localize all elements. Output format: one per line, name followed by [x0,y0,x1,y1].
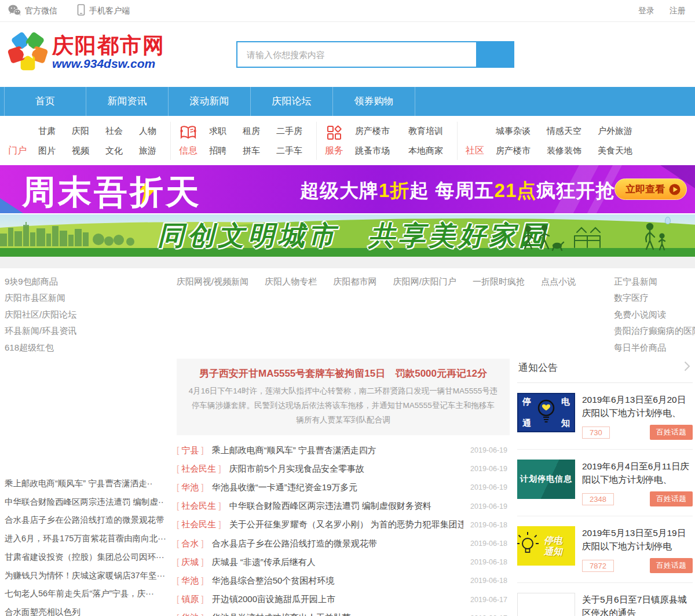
quick-link[interactable]: 环县新闻/环县资讯 [5,323,76,339]
notice-item[interactable]: 停电 通知 2019年5月13日至5月19日庆阳以下地方计划停电 7872 百姓… [517,516,693,583]
nav-item-rolling-news[interactable]: 滚动新闻 [169,87,251,116]
nav-item-coupon-shopping[interactable]: 领券购物 [333,87,415,116]
list-item[interactable]: 七旬老人56年前走失后“落户”宁县，庆··· [5,585,174,603]
news-title[interactable]: 华池县综合整治50个贫困村环境 [212,575,463,586]
news-item[interactable]: 华池华池县尚湾村成功培育出人工羊肚菌2019-06-17 [177,609,510,616]
service-link[interactable]: 教育培训 [408,122,443,140]
promo-cta-button[interactable]: 立即查看 [614,178,687,200]
info-link[interactable]: 拼车 [243,142,260,159]
quick-link[interactable]: 618超级红包 [5,340,76,356]
featured-title[interactable]: 男子西安开甘MA5555号套牌车被拘留15日 罚款5000元再记12分 [188,366,498,381]
topic-tag[interactable]: 百姓话题 [650,425,693,440]
list-item[interactable]: 中华联合财险西峰区两宗违法遭罚 编制虚·· [5,493,174,512]
news-category[interactable]: 社会民生 [177,464,221,475]
news-item[interactable]: 社会民生关于公开征集罗耀奇（又名罗小刚） 为首的恶势力犯罪集团违2019-06-… [177,516,510,534]
quick-link[interactable]: 每日半价商品 [614,340,695,356]
notice-thumbnail[interactable]: 计划停电信息 [517,460,575,499]
info-link[interactable]: 二手车 [276,142,302,159]
news-item[interactable]: 合水合水县店子乡在公路沿线打造的微景观花带2019-06-18 [177,534,510,553]
quick-link[interactable]: 庆阳都市网 [334,276,377,286]
community-link[interactable]: 城事杂谈 [496,122,531,140]
topic-tag[interactable]: 百姓话题 [650,558,693,573]
notice-title[interactable]: 2019年5月13日至5月19日庆阳以下地方计划停电 [582,526,693,553]
search-button[interactable] [476,42,513,67]
quick-link[interactable]: 庆阳网视/视频新闻 [177,276,248,286]
news-category[interactable]: 合水 [177,538,204,549]
portal-link[interactable]: 文化 [105,142,123,159]
topic-tag[interactable]: 百姓话题 [650,491,693,506]
notice-item[interactable]: 计划停电信息 2019年6月4日至6月11日庆阳以下地方计划停电、 2348 百… [517,450,693,516]
site-logo[interactable]: 庆阳都市网 www.934dsw.com [6,29,165,75]
chevron-right-icon[interactable] [684,361,690,374]
community-link[interactable]: 房产楼市 [496,142,531,159]
quick-link[interactable]: 免费小说阅读 [614,307,695,323]
list-item[interactable]: 乘上邮政电商“顺风车” 宁县曹杏潇洒走·· [5,475,174,493]
notice-title[interactable]: 2019年6月4日至6月11日庆阳以下地方计划停电、 [582,460,693,486]
nav-item-news[interactable]: 新闻资讯 [86,87,169,116]
portal-link[interactable]: 图片 [38,142,56,159]
info-link[interactable]: 求职 [209,122,226,140]
notice-title[interactable]: 2019年6月13日至6月20日庆阳以下地方计划停电、 [582,393,693,420]
news-item[interactable]: 宁县乘上邮政电商“顺风车” 宁县曹杏潇洒走四方2019-06-19 [177,441,510,460]
login-link[interactable]: 登录 [638,6,654,16]
notice-thumbnail[interactable]: 停 电 通 知 [517,393,575,432]
info-link[interactable]: 二手房 [276,122,302,140]
search-input[interactable] [237,42,476,67]
news-item[interactable]: 华池华池县收缴“一卡通”违纪资金19万多元2019-06-19 [177,478,510,497]
service-link[interactable]: 房产楼市 [355,122,390,140]
portal-link[interactable]: 视频 [72,142,89,159]
official-wechat-link[interactable]: 官方微信 [8,5,57,17]
news-category[interactable]: 华池 [177,575,204,586]
notice-item[interactable]: 关于5月6日至7日镇原县城区停水的通告 13154 百姓话题 [517,583,693,616]
info-link[interactable]: 招聘 [209,142,226,159]
service-label[interactable]: 服务 [325,122,343,159]
news-category[interactable]: 华池 [177,482,204,493]
news-category[interactable]: 社会民生 [177,519,221,530]
list-item[interactable]: 为赚钱只为情怀！庆城这家暖锅店37年坚··· [5,567,174,585]
news-category[interactable]: 华池 [177,613,204,616]
notice-title[interactable]: 关于5月6日至7日镇原县城区停水的通告 [582,593,693,616]
portal-link[interactable]: 人物 [139,122,156,140]
register-link[interactable]: 注册 [670,6,686,16]
list-item[interactable]: 甘肃省建设投资（控股）集团总公司因环··· [5,548,174,567]
news-category[interactable]: 镇原 [177,594,204,605]
info-label[interactable]: 信息 [179,122,197,159]
civic-banner[interactable]: 同创文明城市 共享美好家园 [0,214,695,257]
community-label[interactable]: 社区 [466,122,484,159]
notice-item[interactable]: 停 电 通 知 2019年6月13日至6月20日庆阳以下地方计划停电、 730 … [517,383,693,450]
quick-link[interactable]: 庆阳人物专栏 [265,276,317,286]
news-item[interactable]: 社会民生庆阳市前5个月实现食品安全零事故2019-06-19 [177,460,510,478]
news-title[interactable]: 庆城县 “非遗”传承后继有人 [212,557,463,568]
news-item[interactable]: 镇原开边镇2000亩设施甜瓜开园上市2019-06-17 [177,591,510,609]
news-title[interactable]: 华池县尚湾村成功培育出人工羊肚菌 [212,613,463,616]
news-category[interactable]: 社会民生 [177,501,221,512]
nav-item-home[interactable]: 首页 [4,87,86,116]
notice-thumbnail[interactable] [517,593,575,616]
news-item[interactable]: 华池华池县综合整治50个贫困村环境2019-06-18 [177,571,510,590]
news-category[interactable]: 庆城 [177,557,204,568]
info-link[interactable]: 租房 [243,122,260,140]
portal-link[interactable]: 社会 [105,122,123,140]
quick-link[interactable]: 点点小说 [541,276,576,286]
quick-link[interactable]: 庆阳社区/庆阳论坛 [5,307,76,323]
portal-link[interactable]: 旅游 [139,142,156,159]
quick-link[interactable]: 一折限时疯抢 [473,276,525,286]
portal-link[interactable]: 甘肃 [38,122,56,140]
news-title[interactable]: 开边镇2000亩设施甜瓜开园上市 [212,594,463,605]
news-item[interactable]: 社会民生中华联合财险西峰区两宗违法遭罚 编制虚假财务资料2019-06-19 [177,497,510,516]
list-item[interactable]: 合水县店子乡在公路沿线打造的微景观花带 [5,511,174,530]
service-link[interactable]: 跳蚤市场 [355,142,390,159]
quick-link[interactable]: 正宁县新闻 [614,274,695,290]
service-link[interactable]: 本地商家 [408,142,443,159]
promo-banner[interactable]: 周末吾折天 超级大牌1折起 每周五21点疯狂开抢 立即查看 [0,165,695,213]
quick-link[interactable]: 庆阳网/庆阳门户 [393,276,456,286]
community-link[interactable]: 情感天空 [547,122,581,140]
community-link[interactable]: 装修装饰 [547,142,581,159]
portal-label[interactable]: 门户 [8,122,27,159]
quick-link[interactable]: 贵阳治疗癫痫病的医院 [614,323,695,339]
list-item[interactable]: 合水面塑亮相以色列 [5,603,174,616]
news-title[interactable]: 关于公开征集罗耀奇（又名罗小刚） 为首的恶势力犯罪集团违 [229,519,463,530]
news-category[interactable]: 宁县 [177,445,204,456]
news-title[interactable]: 华池县收缴“一卡通”违纪资金19万多元 [212,482,463,493]
news-item[interactable]: 庆城庆城县 “非遗”传承后继有人2019-06-18 [177,553,510,571]
